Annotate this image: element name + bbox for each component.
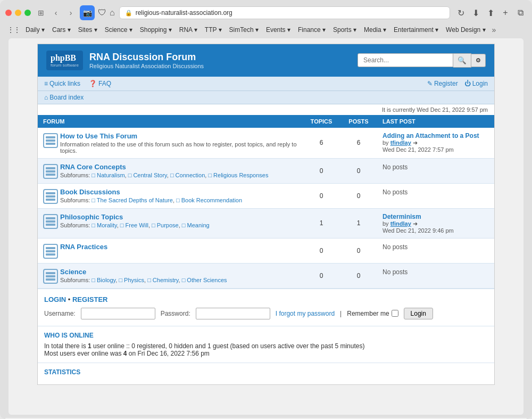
download-button[interactable]: ⬇ (469, 6, 482, 19)
who-online-text: In total there is 1 user online :: 0 reg… (44, 342, 488, 357)
last-post-date: Wed Dec 21, 2022 7:57 pm (383, 146, 489, 153)
subforum-link[interactable]: □ Religious Responses (208, 172, 268, 178)
subforum-link[interactable]: □ Connection (170, 172, 205, 178)
subforum-link[interactable]: □ The Sacred Depths of Nature (92, 197, 173, 203)
nav-simtech[interactable]: SimTech ▾ (226, 25, 262, 35)
topics-count: 0 (303, 158, 340, 183)
reload-button[interactable]: ↻ (454, 6, 467, 19)
nav-sports[interactable]: Sports ▾ (330, 25, 360, 35)
posts-count: 6 (340, 128, 377, 159)
nav-cars[interactable]: Cars ▾ (49, 25, 74, 35)
forward-button[interactable]: › (65, 7, 77, 19)
nav-more-button[interactable]: » (492, 26, 496, 34)
sidebar-toggle-button[interactable]: ⊞ (35, 7, 47, 19)
forum-name-link[interactable]: RNA Core Concepts (60, 163, 126, 171)
apps-icon[interactable]: ⋮⋮ (9, 24, 19, 35)
add-tab-button[interactable]: + (499, 6, 512, 19)
login-title-link[interactable]: LOGIN (44, 295, 66, 303)
share-button[interactable]: ⬆ (484, 6, 497, 19)
subforum-link[interactable]: □ Meaning (182, 222, 210, 228)
subforum-link[interactable]: □ Other Sciences (182, 277, 227, 283)
subforum-link[interactable]: □ Central Story (128, 172, 167, 178)
nav-sites[interactable]: Sites ▾ (75, 25, 101, 35)
login-submit-button[interactable]: Login (404, 308, 433, 319)
nav-media[interactable]: Media ▾ (361, 25, 389, 35)
forum-table: FORUM TOPICS POSTS LAST POST How to Us (38, 115, 494, 289)
nav-controls: ⊞ ‹ › 📷 🛡 ⌂ (35, 5, 115, 20)
phpbb-logo-image: phpBB forum software (46, 51, 83, 70)
forum-name-link[interactable]: Science (60, 268, 86, 276)
forum-name-link[interactable]: Philosophic Topics (60, 213, 123, 221)
forum-cell-content: RNA Practices (43, 243, 297, 259)
breadcrumb-home[interactable]: ⌂ Board index (44, 94, 488, 101)
last-post-cell: No posts (377, 183, 494, 208)
nav-entertainment[interactable]: Entertainment ▾ (390, 25, 442, 35)
forgot-password-link[interactable]: I forgot my password (276, 310, 335, 317)
forum-icon-inner (46, 195, 55, 198)
subforum-link[interactable]: □ Biology (92, 277, 115, 283)
last-post-user-link[interactable]: tfindlay (390, 139, 411, 146)
quick-links-menu[interactable]: ≡ Quick links (44, 80, 80, 87)
col-forum-header: FORUM (38, 115, 303, 128)
url-bar[interactable]: 🔒 religious-naturalist-association.org (119, 6, 450, 19)
register-title-link[interactable]: REGISTER (72, 295, 107, 303)
view-post-icon[interactable]: ➜ (413, 139, 418, 146)
subforum-link[interactable]: □ Morality (92, 222, 117, 228)
login-link-top[interactable]: ⏻ Login (464, 80, 488, 87)
last-post-title: Determinism (383, 213, 489, 220)
online-count: 1 (88, 342, 92, 350)
forum-toolbar: ≡ Quick links ❓ FAQ ✎ Register (38, 77, 494, 91)
subforum-link[interactable]: □ Naturalism (92, 172, 124, 178)
last-post-cell: No posts (377, 263, 494, 288)
forum-name-link[interactable]: RNA Practices (60, 243, 107, 251)
forum-cell: Philosophic Topics Subforums: □ Morality… (38, 208, 303, 238)
nav-science[interactable]: Science ▾ (102, 25, 136, 35)
nav-webdesign[interactable]: Web Design ▾ (443, 25, 488, 35)
nav-shopping[interactable]: Shopping ▾ (137, 25, 175, 35)
faq-link[interactable]: ❓ FAQ (89, 80, 111, 87)
back-button[interactable]: ‹ (50, 7, 62, 19)
nav-rna[interactable]: RNA ▾ (176, 25, 201, 35)
page-scroll[interactable]: phpBB forum software RNA Discussion Foru… (9, 38, 523, 415)
nav-events[interactable]: Events ▾ (263, 25, 294, 35)
nav-ttp[interactable]: TTP ▾ (202, 25, 225, 35)
home-breadcrumb-icon: ⌂ (44, 94, 48, 101)
question-icon: ❓ (89, 80, 97, 87)
subforum-link[interactable]: □ Chemistry (147, 277, 178, 283)
nav-daily[interactable]: Daily ▾ (22, 25, 48, 35)
last-post-by: by tfindlay ➜ (383, 139, 489, 146)
search-button[interactable]: 🔍 (453, 53, 471, 68)
forum-icon (43, 244, 58, 259)
search-input[interactable] (358, 53, 453, 67)
subforum-link[interactable]: □ Book Recommendation (176, 197, 242, 203)
subforum-link[interactable]: □ Purpose (152, 222, 179, 228)
forum-name-link[interactable]: Book Discussions (60, 188, 120, 196)
forum-info: RNA Core Concepts Subforums: □ Naturalis… (60, 163, 268, 178)
forum-title: RNA Discussion Forum (89, 52, 204, 63)
username-input[interactable] (81, 308, 155, 319)
copy-button[interactable]: ⧉ (514, 6, 527, 19)
subforum-link[interactable]: □ Free Will (120, 222, 148, 228)
forum-cell-content: Book Discussions Subforums: □ The Sacred… (43, 188, 297, 204)
forum-name-link[interactable]: How to Use This Forum (60, 132, 137, 140)
forum-cell: RNA Practices (38, 238, 303, 263)
subforum-link[interactable]: □ Physics (119, 277, 144, 283)
max-online-count: 4 (123, 350, 127, 357)
maximize-button[interactable] (24, 10, 31, 16)
advanced-search-button[interactable]: ⚙ (471, 54, 486, 67)
view-post-icon[interactable]: ➜ (413, 220, 418, 227)
last-post-info: Adding an Attachment to a Post by tfindl… (383, 132, 489, 153)
minimize-button[interactable] (15, 10, 21, 16)
close-button[interactable] (5, 10, 12, 16)
nav-finance[interactable]: Finance ▾ (295, 25, 329, 35)
register-link[interactable]: ✎ Register (427, 80, 458, 87)
col-lastpost-header: LAST POST (377, 115, 494, 128)
password-input[interactable] (196, 308, 270, 319)
forum-icon (43, 164, 58, 179)
forum-desc: Information related to the use of this f… (60, 141, 297, 154)
last-post-user-link[interactable]: tfindlay (390, 220, 411, 227)
remember-me-checkbox[interactable] (392, 310, 398, 317)
forum-info: How to Use This Forum Information relate… (60, 132, 297, 154)
menu-icon: ≡ (44, 80, 48, 87)
topics-count: 1 (303, 208, 340, 238)
